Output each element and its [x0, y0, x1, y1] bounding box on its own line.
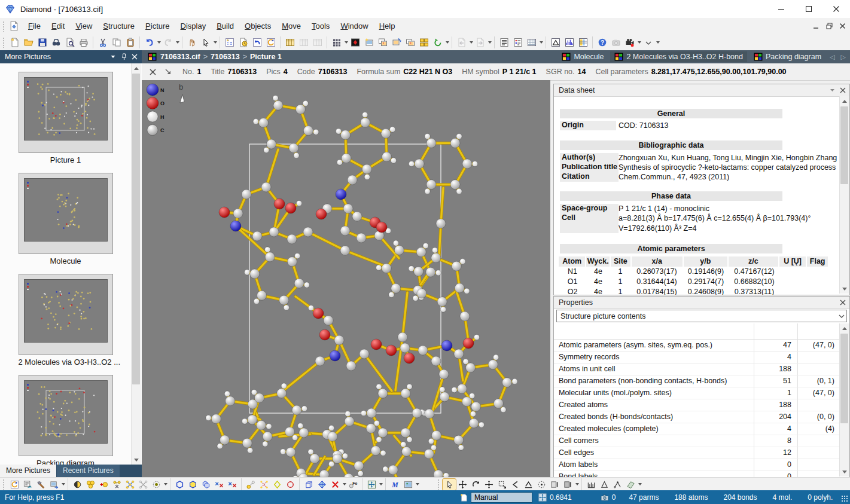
breadcrumb-part[interactable]: 7106313	[211, 53, 240, 61]
menu-edit[interactable]: Edit	[46, 19, 70, 33]
close-infobar-button[interactable]	[148, 67, 157, 77]
panel-close-button[interactable]	[837, 85, 848, 95]
hexagon-outline-button[interactable]	[173, 479, 186, 490]
edit-comment-button[interactable]	[21, 479, 34, 490]
nav-forward-button[interactable]	[473, 36, 487, 49]
circle-outline-button[interactable]	[284, 479, 297, 490]
toolbar-grip[interactable]	[2, 479, 5, 490]
hbond-ballstick-button[interactable]	[244, 479, 257, 490]
copy-button[interactable]	[109, 36, 123, 49]
properties-row[interactable]: Atoms in unit cell188	[554, 364, 839, 375]
properties-row[interactable]: Atomic parameters (asym. sites, sym.eq. …	[554, 340, 839, 352]
menu-view[interactable]: View	[70, 19, 98, 33]
contacts-xx-button[interactable]	[212, 479, 226, 490]
toolbar-grip[interactable]	[2, 21, 5, 32]
history-green-button[interactable]	[431, 36, 444, 49]
table-calc-button[interactable]	[283, 36, 297, 49]
thumbnail-molecule[interactable]: Molecule	[19, 173, 113, 265]
overflow-button[interactable]	[641, 36, 655, 49]
video-button[interactable]	[623, 36, 636, 49]
thumbnail-2-molecules-via-o3-h3-o2-[interactable]: 2 Molecules via O3-H3..O2 ...	[19, 274, 113, 366]
tab-scroll-right-button[interactable]: ▷	[839, 53, 848, 61]
measure-torsion-button[interactable]	[611, 479, 624, 490]
distance-plot-button[interactable]	[549, 36, 562, 49]
scroll-down-button[interactable]	[132, 455, 141, 465]
panel-close-button[interactable]	[129, 51, 140, 62]
menu-move[interactable]: Move	[276, 19, 306, 33]
coordination-button[interactable]	[150, 479, 163, 490]
doc-list-button[interactable]	[497, 36, 511, 49]
resize-grip[interactable]	[841, 495, 849, 503]
more-pictures-header[interactable]: More Pictures	[0, 50, 142, 63]
paste-button[interactable]	[123, 36, 137, 49]
dock-tab-recent-pictures[interactable]: Recent Pictures	[57, 465, 120, 477]
dropdown-arrow-icon[interactable]	[176, 41, 179, 44]
delete-bonds-button[interactable]	[328, 479, 342, 490]
menu-tools[interactable]: Tools	[306, 19, 335, 33]
properties-row[interactable]: Bond parameters (non-bonding contacts, H…	[554, 375, 839, 387]
toolbar-grip[interactable]	[437, 479, 440, 490]
tab-scroll-left-button[interactable]: ◁	[828, 53, 836, 61]
doc-properties-button[interactable]	[511, 36, 525, 49]
data-sheet-header[interactable]: Data sheet	[554, 84, 849, 97]
table-grid-button[interactable]	[525, 36, 538, 49]
cut-button[interactable]	[96, 36, 109, 49]
dropdown-arrow-icon[interactable]	[540, 41, 543, 44]
properties-row[interactable]: Created bonds (H-bonds/contacts)204(0, 0…	[554, 411, 839, 423]
menu-picture[interactable]: Picture	[140, 19, 175, 33]
properties-row[interactable]: Created molecules (complete)4(4)	[554, 423, 839, 435]
picture-tab-molecule[interactable]: Molecule	[557, 51, 608, 62]
thumbnail-frame[interactable]	[19, 72, 113, 153]
fe-atom-button[interactable]: Fe	[346, 479, 360, 490]
scrollbar-thumb[interactable]	[132, 74, 140, 384]
breadcrumb-part[interactable]: 7106313.cif	[160, 53, 200, 61]
nav-back-button[interactable]	[455, 36, 468, 49]
build-tools-button[interactable]	[34, 479, 47, 490]
properties-row[interactable]: Cell corners8	[554, 435, 839, 447]
table-gray-button[interactable]	[310, 36, 324, 49]
menu-display[interactable]: Display	[175, 19, 212, 33]
move-xy-button[interactable]	[456, 479, 469, 490]
open-folder-button[interactable]	[22, 36, 35, 49]
scrollbar-thumb[interactable]	[840, 334, 848, 423]
mdi-minimize-button[interactable]	[812, 22, 820, 30]
refresh-box-button[interactable]	[264, 36, 278, 49]
breadcrumb-part[interactable]: Picture 1	[250, 53, 282, 61]
dropdown-arrow-icon[interactable]	[62, 483, 65, 485]
undo-box-button[interactable]	[250, 36, 264, 49]
mdi-document-icon[interactable]	[9, 21, 19, 31]
add-atom-plus-button[interactable]	[97, 479, 110, 490]
dropdown-arrow-icon[interactable]	[638, 483, 642, 485]
picture-tiles-button[interactable]	[417, 36, 431, 49]
toolbar-grip[interactable]	[2, 37, 5, 48]
move-all-button[interactable]	[482, 479, 495, 490]
properties-row[interactable]: Molecular units (mol./polym. sites)1(47,…	[554, 387, 839, 399]
structure-viewport[interactable]: NOHCb	[142, 80, 550, 477]
dock-tab-more-pictures[interactable]: More Pictures	[0, 465, 56, 477]
properties-scrollbar[interactable]	[839, 323, 849, 476]
scroll-up-button[interactable]	[132, 63, 141, 73]
expand-infobar-button[interactable]	[163, 67, 173, 77]
thumbnail-picture-1[interactable]: Picture 1	[19, 72, 113, 164]
history-doc-button[interactable]	[236, 36, 250, 49]
powder-pattern-button[interactable]	[562, 36, 576, 49]
update-picture-button[interactable]	[8, 479, 21, 490]
cut-fragment-button[interactable]	[110, 479, 123, 490]
close-button[interactable]	[822, 0, 850, 18]
pin-button[interactable]	[118, 51, 129, 62]
menu-help[interactable]: Help	[374, 19, 401, 33]
m-mode-button[interactable]: M	[388, 479, 401, 490]
contacts-xx-button[interactable]	[226, 479, 239, 490]
spin-center-button[interactable]	[535, 479, 548, 490]
properties-header[interactable]: Properties	[554, 297, 849, 309]
walk-1-button[interactable]	[548, 479, 561, 490]
menu-objects[interactable]: Objects	[239, 19, 276, 33]
thumbnail-frame[interactable]	[19, 375, 113, 456]
picture-tab-packing-diagram[interactable]: Packing diagram	[750, 51, 825, 62]
tree-view-button[interactable]	[223, 36, 236, 49]
delete-fragment-button[interactable]	[136, 479, 150, 490]
panel-close-button[interactable]	[837, 298, 848, 307]
fit-view-button[interactable]	[365, 479, 378, 490]
dropdown-arrow-icon[interactable]	[416, 483, 419, 485]
breadcrumb[interactable]: 7106313.cif>7106313>Picture 1	[160, 53, 282, 61]
